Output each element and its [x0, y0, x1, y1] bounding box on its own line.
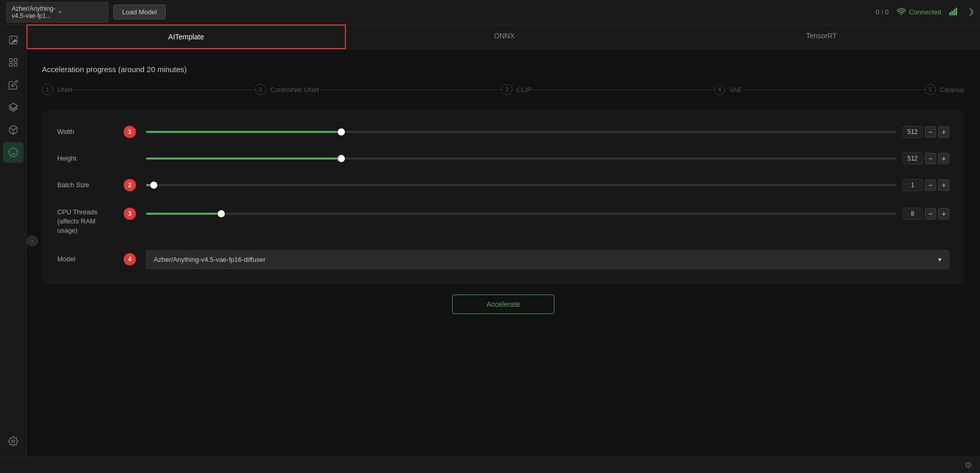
model-row: Model 4 Azher/Anything-v4.5-vae-fp16-dif…	[57, 250, 949, 269]
cpu-threads-value-box: 8 − +	[902, 208, 949, 220]
sidebar: ›	[0, 25, 27, 457]
signal-bars-icon	[949, 7, 958, 17]
model-dropdown-chevron-icon: ▾	[938, 256, 942, 263]
cpu-threads-slider-fill	[146, 213, 221, 215]
svg-rect-6	[9, 59, 12, 62]
load-model-button[interactable]: Load Model	[113, 5, 166, 19]
step-cleanup: 5 Cleanup	[925, 84, 965, 95]
width-slider[interactable]	[146, 131, 896, 133]
step-vae: 4 VAE	[714, 84, 742, 95]
connection-status: Connected	[897, 8, 941, 16]
cpu-threads-slider[interactable]	[146, 213, 896, 215]
svg-rect-1	[951, 11, 953, 15]
batch-size-increment-button[interactable]: +	[938, 179, 949, 191]
height-slider-fill	[146, 157, 341, 160]
cpu-threads-increment-button[interactable]: +	[938, 208, 949, 219]
height-value-box: 512 − +	[902, 152, 949, 165]
width-value: 512	[902, 126, 923, 138]
main-layout: › AITemplate ONNX TensorRT Acceleration …	[0, 25, 980, 457]
sidebar-item-settings[interactable]	[3, 431, 24, 452]
theme-toggle-button[interactable]: ☽	[966, 7, 974, 18]
accelerate-section: Accelerate	[42, 295, 965, 314]
model-label: Model	[57, 255, 113, 264]
main-content: Acceleration progress (around 20 minutes…	[27, 50, 980, 457]
width-increment-button[interactable]: +	[938, 126, 949, 138]
model-dropdown-value: Azher/Anything-v4.5-vae-fp16-diffuser	[154, 256, 266, 263]
sidebar-item-face[interactable]	[3, 142, 24, 163]
width-slider-fill	[146, 131, 341, 133]
accelerate-button[interactable]: Accelerate	[452, 295, 554, 314]
progress-steps: 1 UNet 2 ControlNet UNet 3 CLIP	[42, 84, 965, 95]
svg-rect-3	[955, 8, 957, 15]
counter-display: 0 / 0	[876, 8, 889, 16]
step-3-label: CLIP	[517, 86, 531, 94]
width-slider-thumb[interactable]	[338, 128, 345, 136]
model-selector[interactable]: Azher/Anything-v4.5-vae-fp1... ▾	[6, 2, 108, 22]
width-label: Width	[57, 127, 113, 137]
step-4-label: VAE	[729, 86, 742, 94]
width-decrement-button[interactable]: −	[925, 126, 936, 138]
bottom-bar: ⚙	[0, 457, 980, 473]
step-2-label: ControlNet UNet	[270, 86, 319, 94]
progress-title: Acceleration progress (around 20 minutes…	[42, 65, 965, 74]
settings-gear-icon[interactable]: ⚙	[965, 460, 972, 470]
step-line-3	[531, 89, 714, 90]
step-3-circle: 3	[501, 84, 512, 95]
cpu-threads-slider-thumb[interactable]	[218, 210, 225, 217]
sidebar-item-layers[interactable]	[3, 97, 24, 118]
batch-size-row: Batch Size 2 1 − +	[57, 179, 949, 191]
cpu-threads-slider-container: 8 − +	[146, 208, 949, 220]
sidebar-item-gallery[interactable]	[3, 52, 24, 73]
step-2-circle: 2	[255, 84, 266, 95]
cpu-threads-decrement-button[interactable]: −	[925, 208, 936, 219]
cpu-threads-badge: 3	[124, 208, 136, 220]
batch-size-value: 1	[902, 179, 923, 191]
step-5-circle: 5	[925, 84, 936, 95]
height-label: Height	[57, 154, 113, 163]
svg-rect-8	[9, 63, 12, 66]
sidebar-item-cube[interactable]	[3, 120, 24, 140]
svg-point-12	[9, 148, 17, 157]
tab-aitemplate[interactable]: AITemplate	[27, 25, 346, 49]
progress-section: Acceleration progress (around 20 minutes…	[42, 65, 965, 95]
sidebar-item-edit[interactable]	[3, 75, 24, 95]
step-line-4	[742, 89, 924, 90]
sidebar-item-image[interactable]	[3, 30, 24, 50]
batch-size-slider-container: 1 − +	[146, 179, 949, 191]
connected-label: Connected	[909, 8, 941, 16]
content-area: AITemplate ONNX TensorRT Acceleration pr…	[27, 25, 980, 457]
batch-size-badge: 2	[124, 179, 136, 191]
step-unet: 1 UNet	[42, 84, 73, 95]
svg-rect-7	[14, 59, 17, 62]
step-line-2	[319, 89, 501, 90]
batch-size-decrement-button[interactable]: −	[925, 179, 936, 191]
svg-rect-0	[949, 12, 951, 15]
wifi-icon	[897, 8, 906, 16]
height-slider[interactable]	[146, 157, 896, 160]
top-bar-right: 0 / 0 Connected ☽	[876, 7, 974, 18]
batch-size-value-box: 1 − +	[902, 179, 949, 191]
height-increment-button[interactable]: +	[938, 153, 949, 164]
width-row: Width 1 512 − +	[57, 126, 949, 138]
cpu-threads-label: CPU Threads(affects RAMusage)	[57, 206, 113, 236]
step-line-1	[73, 89, 255, 90]
tab-bar: AITemplate ONNX TensorRT	[27, 25, 980, 50]
width-slider-container: 512 − +	[146, 126, 949, 138]
batch-size-slider-thumb[interactable]	[150, 182, 157, 189]
batch-size-label: Batch Size	[57, 181, 113, 190]
model-dropdown[interactable]: Azher/Anything-v4.5-vae-fp16-diffuser ▾	[146, 250, 949, 269]
sidebar-collapse-button[interactable]: ›	[27, 235, 38, 246]
tab-onnx[interactable]: ONNX	[346, 25, 663, 49]
step-5-label: Cleanup	[940, 86, 965, 94]
cpu-threads-value: 8	[902, 208, 923, 220]
width-badge: 1	[124, 126, 136, 138]
height-decrement-button[interactable]: −	[925, 153, 936, 164]
height-slider-container: 512 − +	[146, 152, 949, 165]
height-row: Height 512 − +	[57, 152, 949, 165]
batch-size-slider[interactable]	[146, 184, 896, 186]
tab-tensorrt[interactable]: TensorRT	[663, 25, 980, 49]
step-clip: 3 CLIP	[501, 84, 531, 95]
model-selector-chevron-icon: ▾	[59, 9, 103, 15]
svg-rect-2	[953, 9, 955, 15]
height-slider-thumb[interactable]	[338, 155, 345, 162]
